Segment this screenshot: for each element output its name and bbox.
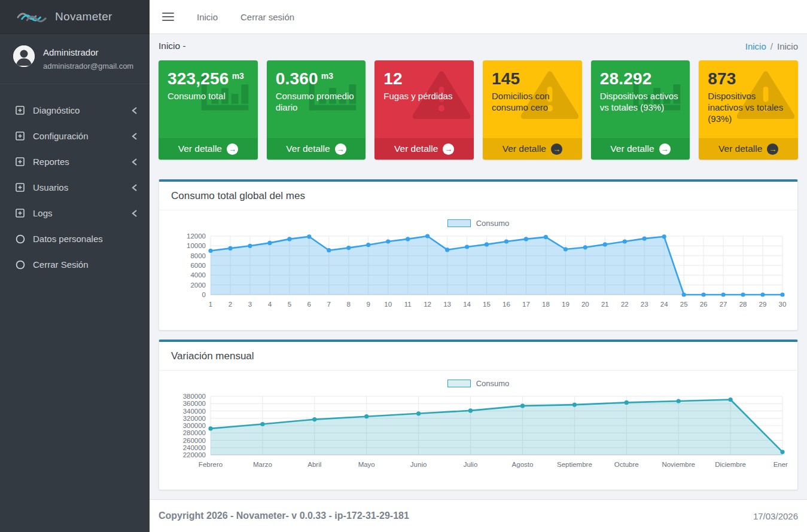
chart-legend-consumo[interactable]: Consumo (159, 219, 797, 228)
sidebar-item-usuarios[interactable]: Usuarios (0, 175, 150, 200)
ver-detalle-button[interactable]: Ver detalle → (374, 138, 474, 160)
plus-square-icon (16, 106, 25, 115)
svg-text:8000: 8000 (190, 252, 206, 259)
breadcrumb-link-inicio[interactable]: Inicio (745, 41, 766, 51)
svg-text:27: 27 (720, 301, 727, 308)
card-dispositivos-activos: 28.292 Dispositivos activos vs totales (… (591, 60, 690, 160)
svg-text:5: 5 (288, 301, 291, 308)
sidebar-item-reportes[interactable]: Reportes (0, 149, 150, 175)
arrow-circle-icon: → (335, 143, 346, 155)
svg-text:11: 11 (404, 301, 412, 308)
card-dispositivos-inactivos: 873 Dispositivos inactivos vs totales (9… (699, 60, 798, 160)
svg-text:Marzo: Marzo (253, 461, 272, 468)
sidebar-item-diagnostico[interactable]: Diagnóstico (0, 97, 150, 123)
card-body: 12 Fugas y pérdidas (374, 60, 474, 138)
card-value: 323,256 (168, 69, 229, 88)
sidebar-item-configuracion[interactable]: Configuración (0, 123, 150, 149)
circle-icon (16, 260, 25, 270)
sidebar-item-label: Reportes (33, 157, 124, 167)
cta-label: Ver detalle (718, 143, 762, 154)
novameter-logo-waves-icon (17, 12, 47, 22)
card-value: 145 (492, 69, 520, 88)
svg-text:12000: 12000 (187, 233, 206, 240)
card-label: Consumo promedio diario (276, 91, 358, 114)
card-fugas-perdidas: 12 Fugas y pérdidas Ver detalle → (374, 60, 474, 160)
chart-card-consumo-total: Consumo total global del mes Consumo 020… (159, 179, 798, 331)
ver-detalle-button[interactable]: Ver detalle → (159, 138, 258, 160)
arrow-circle-icon: → (551, 143, 562, 155)
sidebar-item-label: Usuarios (33, 182, 124, 192)
svg-text:24: 24 (660, 301, 668, 308)
svg-text:Enero: Enero (773, 461, 788, 468)
sidebar-menu: Diagnóstico Configuración Reportes Usuar… (0, 84, 150, 277)
svg-text:360000: 360000 (183, 400, 206, 407)
svg-text:15: 15 (483, 301, 491, 308)
svg-text:30: 30 (779, 301, 787, 308)
sidebar-item-label: Logs (33, 208, 124, 218)
svg-text:4000: 4000 (190, 271, 206, 279)
svg-text:10000: 10000 (187, 242, 206, 249)
arrow-circle-icon: → (227, 143, 238, 155)
svg-text:220000: 220000 (183, 451, 206, 458)
copyright-text: Copyright 2026 - Novameter- v 0.0.33 - i… (159, 510, 409, 521)
nav-link-inicio[interactable]: Inicio (197, 12, 218, 22)
svg-text:Noviembre: Noviembre (662, 461, 695, 468)
user-name: Administrador (43, 47, 133, 57)
ver-detalle-button[interactable]: Ver detalle → (267, 138, 366, 160)
arrow-circle-icon: → (443, 143, 454, 155)
ver-detalle-button[interactable]: Ver detalle → (483, 138, 582, 160)
svg-text:19: 19 (562, 301, 570, 308)
svg-text:10: 10 (384, 301, 392, 308)
plus-square-icon (16, 183, 25, 192)
user-avatar (13, 45, 35, 67)
svg-text:280000: 280000 (183, 429, 206, 436)
brand[interactable]: Novameter (0, 0, 150, 34)
sidebar-item-cerrar-sesion[interactable]: Cerrar Sesión (0, 252, 150, 277)
svg-text:Julio: Julio (464, 461, 478, 468)
card-body: 873 Dispositivos inactivos vs totales (9… (699, 60, 798, 138)
svg-text:8: 8 (347, 301, 351, 308)
sidebar-item-logs[interactable]: Logs (0, 200, 150, 226)
ver-detalle-button[interactable]: Ver detalle → (699, 138, 798, 160)
card-consumo-total: 323,256m3 Consumo total Ver detalle → (159, 60, 258, 160)
chart-legend-consumo[interactable]: Consumo (159, 379, 797, 388)
svg-text:300000: 300000 (183, 422, 206, 429)
hamburger-menu-icon[interactable] (162, 10, 174, 23)
page-title: Inicio - (159, 41, 186, 51)
nav-link-cerrar-sesion[interactable]: Cerrar sesión (240, 12, 294, 22)
card-consumo-promedio: 0.360m3 Consumo promedio diario Ver deta… (267, 60, 366, 160)
sidebar-item-datos-personales[interactable]: Datos personales (0, 226, 150, 252)
svg-text:16: 16 (503, 301, 510, 308)
top-navbar: Inicio Cerrar sesión (150, 0, 807, 34)
chevron-left-icon (132, 210, 138, 217)
stat-cards-row: 323,256m3 Consumo total Ver detalle → 0.… (159, 60, 798, 160)
svg-text:22: 22 (621, 301, 629, 308)
svg-text:Febrero: Febrero (199, 461, 223, 468)
legend-color-box (447, 380, 471, 387)
card-label: Dispositivos activos vs totales (93%) (600, 91, 682, 114)
sidebar-item-label: Configuración (33, 131, 124, 141)
svg-text:260000: 260000 (183, 437, 206, 444)
card-label: Domicilios con consumo cero (492, 91, 574, 114)
card-value: 0.360 (276, 69, 318, 88)
sidebar-item-label: Cerrar Sesión (33, 259, 138, 270)
svg-text:Abril: Abril (307, 461, 321, 468)
cta-label: Ver detalle (610, 143, 654, 154)
svg-text:9: 9 (366, 301, 370, 308)
chart-title: Consumo total global del mes (159, 182, 797, 210)
chart-title: Variación mensual (159, 342, 797, 371)
svg-text:6000: 6000 (190, 262, 206, 269)
plus-square-icon (16, 209, 25, 218)
card-value: 28.292 (600, 69, 652, 88)
chevron-left-icon (132, 107, 138, 114)
brand-name: Novameter (55, 10, 112, 23)
user-email: administrador@gmail.com (43, 62, 133, 71)
ver-detalle-button[interactable]: Ver detalle → (591, 138, 690, 160)
card-value: 12 (383, 69, 403, 88)
svg-text:Mayo: Mayo (358, 461, 375, 468)
chevron-left-icon (132, 184, 138, 191)
svg-text:Junio: Junio (410, 461, 427, 468)
svg-text:28: 28 (739, 301, 747, 308)
card-body: 145 Domicilios con consumo cero (483, 60, 582, 138)
svg-text:320000: 320000 (183, 415, 206, 422)
